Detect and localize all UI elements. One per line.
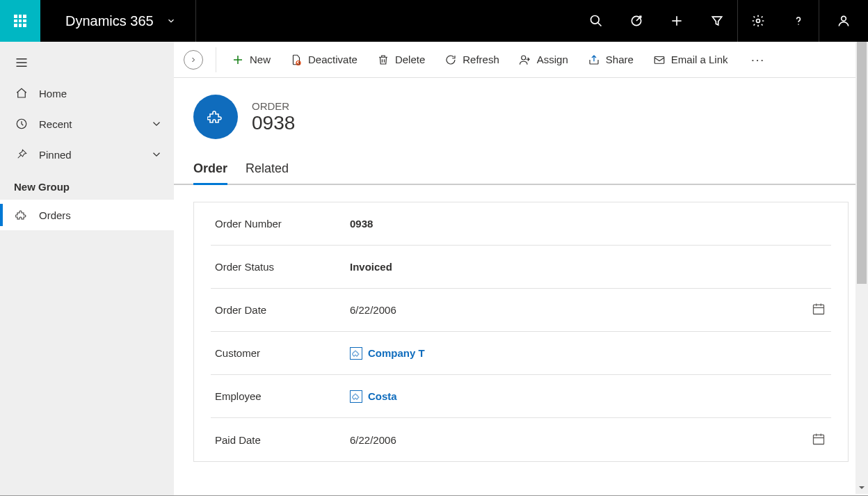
field-label: Order Number — [211, 218, 350, 230]
pin-icon — [15, 148, 28, 161]
sidebar-toggle-button[interactable] — [0, 47, 174, 78]
sidebar-item-pinned[interactable]: Pinned — [0, 139, 174, 170]
back-button[interactable] — [184, 50, 203, 70]
record-title: 0938 — [252, 112, 295, 134]
field-value[interactable]: Company T — [350, 347, 831, 360]
cmd-refresh-button[interactable]: Refresh — [435, 42, 509, 77]
form-card: Order Number 0938 Order Status Invoiced … — [193, 202, 849, 462]
field-value[interactable]: 6/22/2006 — [350, 432, 831, 448]
cmd-label: Delete — [395, 54, 425, 65]
sidebar: Home Recent Pinned New Group Orders — [0, 42, 174, 495]
field-label: Paid Date — [211, 434, 350, 446]
chevron-down-icon — [150, 118, 163, 130]
brand-button[interactable]: Dynamics 365 — [40, 0, 196, 42]
cmd-label: Email a Link — [671, 54, 728, 65]
plus-icon — [232, 54, 244, 66]
cmd-share-button[interactable]: Share — [578, 42, 643, 77]
sidebar-item-label: Home — [39, 88, 67, 99]
sidebar-group-label: New Group — [0, 170, 174, 200]
lookup-icon — [350, 390, 362, 403]
sidebar-item-label: Orders — [39, 209, 71, 221]
sidebar-item-home[interactable]: Home — [0, 78, 174, 109]
waffle-icon — [14, 15, 26, 27]
svg-point-6 — [798, 24, 799, 25]
field-label: Order Status — [211, 261, 350, 273]
cmd-assign-button[interactable]: Assign — [509, 42, 578, 77]
record-header: ORDER 0938 — [174, 78, 868, 156]
tab-related[interactable]: Related — [246, 156, 289, 184]
main-content: New Deactivate Delete Refresh Assign — [174, 42, 868, 495]
field-order-number: Order Number 0938 — [211, 202, 831, 246]
calendar-icon[interactable] — [812, 432, 831, 448]
cmd-label: Deactivate — [308, 54, 357, 65]
svg-rect-18 — [814, 305, 824, 314]
svg-point-16 — [522, 56, 526, 60]
home-icon — [15, 87, 28, 99]
cmd-overflow-button[interactable]: ⋯ — [738, 51, 778, 68]
cmd-label: Assign — [537, 54, 568, 65]
cmd-label: Refresh — [463, 54, 499, 65]
cmd-deactivate-button[interactable]: Deactivate — [280, 42, 367, 77]
add-button[interactable] — [657, 0, 697, 42]
search-icon — [589, 14, 603, 28]
search-button[interactable] — [576, 0, 616, 42]
sidebar-item-orders[interactable]: Orders — [0, 200, 174, 230]
cmd-delete-button[interactable]: Delete — [367, 42, 435, 77]
refresh-icon — [444, 54, 457, 66]
field-value[interactable]: 0938 — [350, 218, 831, 230]
chevron-down-icon — [166, 16, 176, 26]
deactivate-icon — [290, 54, 303, 66]
entity-label: ORDER — [252, 100, 295, 112]
cmd-new-button[interactable]: New — [222, 42, 280, 77]
top-navbar: Dynamics 365 — [0, 0, 868, 42]
assign-icon — [519, 54, 531, 66]
tab-order[interactable]: Order — [193, 156, 227, 185]
field-employee: Employee Costa — [211, 375, 831, 418]
chevron-right-icon — [189, 56, 198, 64]
task-button[interactable] — [616, 0, 657, 42]
cmd-email-link-button[interactable]: Email a Link — [643, 42, 738, 77]
email-icon — [653, 54, 666, 66]
field-value[interactable]: 6/22/2006 — [350, 302, 831, 318]
lookup-link-customer[interactable]: Company T — [350, 347, 425, 360]
plus-icon — [670, 14, 684, 28]
filter-button[interactable] — [697, 0, 737, 42]
field-value[interactable]: Invoiced — [350, 261, 831, 273]
lookup-link-employee[interactable]: Costa — [350, 390, 397, 403]
clock-icon — [15, 118, 28, 130]
calendar-icon[interactable] — [812, 302, 831, 318]
field-label: Customer — [211, 347, 350, 359]
scroll-down-arrow[interactable] — [855, 481, 868, 494]
sidebar-item-recent[interactable]: Recent — [0, 109, 174, 139]
svg-point-7 — [842, 16, 846, 21]
field-value[interactable]: Costa — [350, 390, 831, 403]
field-customer: Customer Company T — [211, 332, 831, 375]
field-label: Order Date — [211, 304, 350, 316]
gear-icon — [751, 14, 765, 28]
puzzle-icon — [15, 209, 28, 221]
settings-button[interactable] — [738, 0, 778, 42]
field-order-status: Order Status Invoiced — [211, 246, 831, 289]
help-button[interactable] — [778, 0, 819, 42]
user-menu-button[interactable] — [819, 0, 868, 42]
svg-point-0 — [591, 16, 600, 24]
scroll-thumb[interactable] — [857, 42, 867, 284]
person-icon — [837, 14, 851, 28]
app-launcher-button[interactable] — [0, 0, 40, 42]
share-icon — [588, 54, 600, 66]
brand-label: Dynamics 365 — [65, 13, 154, 29]
chevron-down-icon — [150, 148, 163, 161]
svg-rect-22 — [814, 435, 824, 444]
help-icon — [791, 14, 805, 28]
command-bar: New Deactivate Delete Refresh Assign — [174, 42, 868, 78]
field-label: Employee — [211, 390, 350, 402]
cmd-label: Share — [606, 54, 634, 65]
tabs: Order Related — [174, 156, 868, 185]
scrollbar[interactable] — [855, 42, 868, 494]
sidebar-item-label: Pinned — [39, 149, 72, 161]
record-entity-icon — [193, 95, 238, 139]
funnel-icon — [710, 14, 724, 28]
field-paid-date: Paid Date 6/22/2006 — [211, 418, 831, 461]
target-icon — [629, 14, 643, 28]
svg-line-1 — [598, 23, 602, 26]
